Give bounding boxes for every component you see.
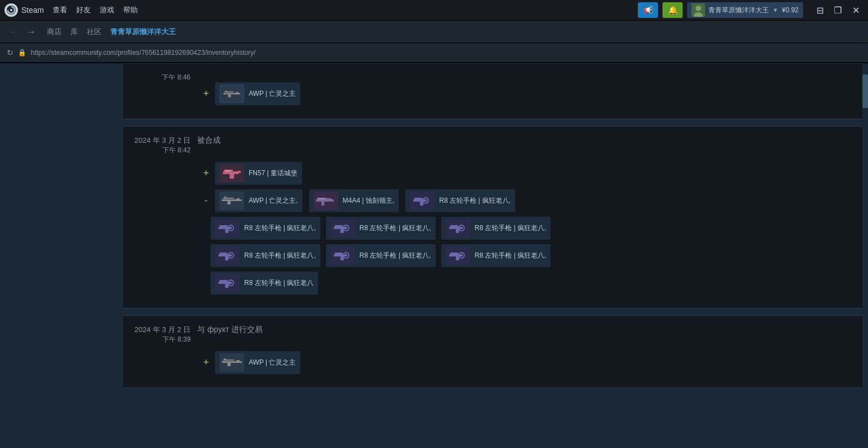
url-display[interactable]: https://steamcommunity.com/profiles/7656… [31, 49, 255, 57]
r8-grid-name-7: R8 左轮手枪 | 疯狂老八 [244, 278, 314, 288]
steam-icon [4, 3, 18, 17]
entry-3-plus-row: + A [202, 351, 851, 374]
nav-store[interactable]: 商店 [47, 27, 62, 37]
entry-2-minus-grid-1: R8 左轮手枪 | 疯狂老八, [211, 217, 851, 240]
broadcast-button[interactable]: 📢 [638, 2, 658, 18]
close-icon: ✕ [852, 5, 860, 16]
svg-rect-71 [223, 360, 234, 361]
refresh-button[interactable]: ↻ [7, 48, 13, 57]
svg-rect-31 [414, 198, 422, 199]
urlbar: ↻ 🔒 https://steamcommunity.com/profiles/… [0, 43, 868, 63]
maximize-icon: ❐ [834, 5, 842, 16]
svg-rect-55 [334, 254, 347, 256]
svg-rect-12 [223, 171, 239, 174]
nav-username[interactable]: 青青草原懒洋洋大王 [110, 27, 176, 37]
svg-rect-35 [218, 227, 232, 229]
m4a4-image [314, 192, 338, 210]
item-r8-grid-5[interactable]: R8 左轮手枪 | 疯狂老八, [326, 244, 436, 267]
svg-rect-65 [218, 282, 232, 284]
entry-3-date: 2024 年 3 月 2 日 下午 8:39 [134, 325, 190, 344]
svg-rect-41 [335, 225, 343, 227]
svg-rect-53 [225, 256, 228, 260]
item-awp-1[interactable]: AWP | 亡灵之主 [215, 82, 300, 105]
history-entry-1: 下午 8:46 + [123, 63, 862, 119]
back-button[interactable]: ← [7, 25, 20, 39]
item-r8-grid-4[interactable]: R8 左轮手枪 | 疯狂老八, [211, 244, 320, 267]
item-name: AWP | 亡灵之主 [249, 89, 296, 99]
dropdown-arrow: ▼ [772, 7, 778, 13]
menu-friends[interactable]: 好友 [76, 5, 91, 15]
item-r8-grid-7[interactable]: R8 左轮手枪 | 疯狂老八 [211, 272, 318, 295]
entry-2-minus-grid-3: R8 左轮手枪 | 疯狂老八 [211, 272, 851, 295]
awp-minus-name: AWP | 亡灵之主, [249, 196, 298, 206]
lock-icon: 🔒 [18, 49, 26, 57]
steam-logo: Steam [4, 3, 44, 17]
nav-community[interactable]: 社区 [87, 27, 101, 37]
entry-2-minus-row: - A [202, 189, 851, 212]
titlebar-right: 📢 🔔 青青草原懒洋洋大王 ▼ ¥0.92 ⊟ ❐ [638, 2, 864, 18]
maximize-button[interactable]: ❐ [830, 4, 846, 16]
r8-grid-image-3 [446, 219, 470, 237]
window-controls: ⊟ ❐ ✕ [812, 4, 864, 16]
nav-menu: 查看 好友 游戏 帮助 [53, 5, 138, 15]
fn57-image [220, 164, 244, 183]
svg-rect-60 [449, 254, 463, 256]
svg-rect-20 [224, 197, 226, 198]
item-awp-3[interactable]: AWP | 亡灵之主 [215, 351, 300, 374]
r8-grid-image-6 [446, 246, 470, 265]
m4a4-name: M4A4 | 蚀刻领主, [343, 196, 394, 206]
svg-rect-21 [236, 198, 240, 201]
item-fn57[interactable]: FN57 | 童话城堡 [215, 162, 302, 185]
menu-view[interactable]: 查看 [53, 5, 67, 15]
r8-image-1 [410, 192, 435, 210]
scrollbar-track[interactable] [862, 63, 868, 448]
item-m4a4-minus[interactable]: M4A4 | 蚀刻领主, [309, 189, 399, 212]
svg-rect-16 [225, 170, 231, 171]
r8-grid-name-5: R8 左轮手枪 | 疯狂老八, [360, 251, 431, 260]
item-r8-grid-2[interactable]: R8 左轮手枪 | 疯狂老八, [326, 217, 436, 240]
r8-grid-name-4: R8 左轮手枪 | 疯狂老八, [244, 251, 316, 260]
notify-button[interactable]: 🔔 [662, 2, 683, 18]
entry-1-date: 下午 8:46 [134, 73, 190, 82]
item-awp-minus[interactable]: AWP | 亡灵之主, [215, 189, 302, 212]
scrollbar-thumb[interactable] [862, 74, 868, 108]
nav-library[interactable]: 库 [71, 27, 78, 37]
r8-grid-image-2 [330, 219, 355, 237]
forward-button[interactable]: → [25, 25, 38, 39]
svg-rect-14 [230, 174, 234, 179]
minimize-button[interactable]: ⊟ [812, 4, 828, 16]
menu-help[interactable]: 帮助 [123, 5, 138, 15]
svg-rect-30 [413, 199, 427, 202]
svg-rect-15 [237, 171, 241, 173]
user-area[interactable]: 青青草原懒洋洋大王 ▼ ¥0.92 [687, 2, 803, 18]
entry-3-action: 与 фрукт 进行交易 [197, 325, 263, 335]
item-r8-minus-1[interactable]: R8 左轮手枪 | 疯狂老八, [405, 189, 515, 212]
r8-grid-image-1 [215, 219, 240, 237]
svg-point-3 [696, 6, 701, 11]
r8-grid-name-3: R8 左轮手枪 | 疯狂老八, [475, 223, 547, 233]
svg-rect-43 [340, 229, 344, 233]
svg-rect-56 [335, 253, 343, 254]
entry-2-time: 下午 8:42 [134, 146, 190, 155]
item-r8-grid-1[interactable]: R8 左轮手枪 | 疯狂老八, [211, 217, 320, 240]
entry-3-date-main: 2024 年 3 月 2 日 [134, 325, 190, 335]
svg-rect-22 [227, 201, 231, 204]
main-content: 下午 8:46 + [0, 63, 868, 448]
item-r8-grid-6[interactable]: R8 左轮手枪 | 疯狂老八, [441, 244, 551, 267]
awp-3-name: AWP | 亡灵之主 [249, 358, 296, 367]
svg-rect-45 [449, 227, 463, 229]
content-area: 下午 8:46 + [123, 63, 862, 448]
awp-3-image [220, 353, 244, 372]
svg-rect-58 [340, 256, 344, 260]
svg-rect-7 [224, 91, 234, 92]
entry-3-time: 下午 8:39 [134, 335, 190, 344]
svg-rect-19 [223, 198, 234, 199]
svg-rect-66 [220, 280, 227, 282]
menu-games[interactable]: 游戏 [100, 5, 114, 15]
svg-rect-72 [224, 358, 226, 360]
item-r8-grid-3[interactable]: R8 左轮手枪 | 疯狂老八, [441, 217, 551, 240]
close-button[interactable]: ✕ [848, 4, 864, 16]
titlebar-left: Steam 查看 好友 游戏 帮助 [4, 3, 138, 17]
svg-rect-51 [220, 253, 227, 254]
broadcast-icon: 📢 [643, 6, 653, 15]
